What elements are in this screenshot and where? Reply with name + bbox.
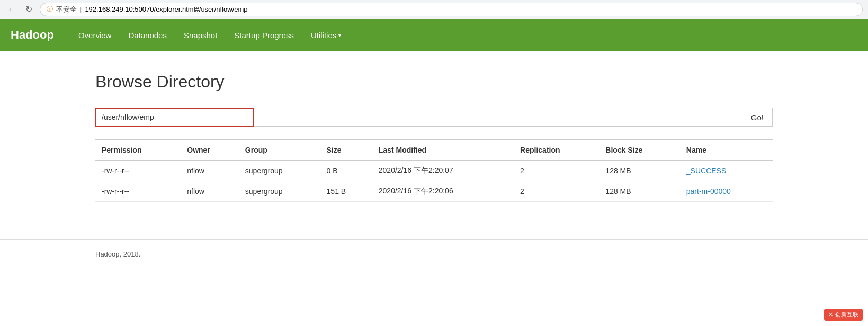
nav-link-snapshot[interactable]: Snapshot: [175, 20, 226, 50]
nav-item-datanodes[interactable]: Datanodes: [120, 20, 175, 50]
insecure-label: 不安全: [56, 5, 77, 14]
nav-item-utilities[interactable]: Utilities ▾: [302, 20, 350, 50]
address-bar: ⓘ 不安全 | 192.168.249.10:50070/explorer.ht…: [40, 3, 863, 16]
col-replication: Replication: [514, 140, 599, 160]
refresh-button[interactable]: ↻: [23, 2, 34, 16]
go-button[interactable]: Go!: [742, 108, 773, 127]
col-block-size: Block Size: [599, 140, 679, 160]
file-link[interactable]: part-m-00000: [686, 187, 731, 196]
directory-input-row: Go!: [95, 108, 773, 127]
nav-item-startup-progress[interactable]: Startup Progress: [226, 20, 302, 50]
navbar-brand[interactable]: Hadoop: [11, 28, 54, 42]
cell-replication: 2: [514, 160, 599, 181]
nav-link-datanodes[interactable]: Datanodes: [120, 20, 175, 50]
footer-text: Hadoop, 2018.: [95, 250, 140, 258]
directory-input[interactable]: [95, 108, 254, 127]
cell-replication: 2: [514, 181, 599, 202]
cell-last-modified: 2020/2/16 下午2:20:07: [372, 160, 514, 181]
cell-last-modified: 2020/2/16 下午2:20:06: [372, 181, 514, 202]
cell-size: 0 B: [320, 160, 372, 181]
cell-name: _SUCCESS: [680, 160, 773, 181]
col-owner: Owner: [181, 140, 239, 160]
cell-owner: nflow: [181, 181, 239, 202]
nav-link-overview[interactable]: Overview: [70, 20, 120, 50]
nav-item-snapshot[interactable]: Snapshot: [175, 20, 226, 50]
cell-owner: nflow: [181, 160, 239, 181]
table-row: -rw-r--r-- nflow supergroup 151 B 2020/2…: [95, 181, 773, 202]
insecure-icon: ⓘ: [47, 5, 53, 14]
browser-chrome: ← ↻ ⓘ 不安全 | 192.168.249.10:50070/explore…: [0, 0, 868, 19]
address-url: 192.168.249.10:50070/explorer.html#/user…: [85, 5, 247, 13]
directory-table: Permission Owner Group Size Last Modifie…: [95, 139, 773, 202]
col-group: Group: [239, 140, 320, 160]
file-link[interactable]: _SUCCESS: [686, 166, 726, 175]
main-content: Browse Directory Go! Permission Owner Gr…: [0, 51, 868, 239]
cell-permission: -rw-r--r--: [95, 160, 181, 181]
address-separator: |: [80, 5, 82, 13]
navbar-nav: Overview Datanodes Snapshot Startup Prog…: [70, 20, 350, 50]
cell-block-size: 128 MB: [599, 160, 679, 181]
directory-input-spacer: [254, 108, 742, 127]
table-row: -rw-r--r-- nflow supergroup 0 B 2020/2/1…: [95, 160, 773, 181]
cell-block-size: 128 MB: [599, 181, 679, 202]
footer: Hadoop, 2018.: [0, 239, 868, 269]
cell-name: part-m-00000: [680, 181, 773, 202]
back-button[interactable]: ←: [5, 3, 18, 16]
col-name: Name: [680, 140, 773, 160]
cell-permission: -rw-r--r--: [95, 181, 181, 202]
cell-size: 151 B: [320, 181, 372, 202]
nav-link-startup-progress[interactable]: Startup Progress: [226, 20, 302, 50]
navbar: Hadoop Overview Datanodes Snapshot Start…: [0, 19, 868, 51]
table-header-row: Permission Owner Group Size Last Modifie…: [95, 140, 773, 160]
cell-group: supergroup: [239, 160, 320, 181]
col-last-modified: Last Modified: [372, 140, 514, 160]
cell-group: supergroup: [239, 181, 320, 202]
col-size: Size: [320, 140, 372, 160]
col-permission: Permission: [95, 140, 181, 160]
nav-item-overview[interactable]: Overview: [70, 20, 120, 50]
utilities-dropdown-arrow: ▾: [338, 32, 341, 38]
page-title: Browse Directory: [95, 72, 773, 92]
nav-link-utilities[interactable]: Utilities ▾: [302, 20, 350, 50]
